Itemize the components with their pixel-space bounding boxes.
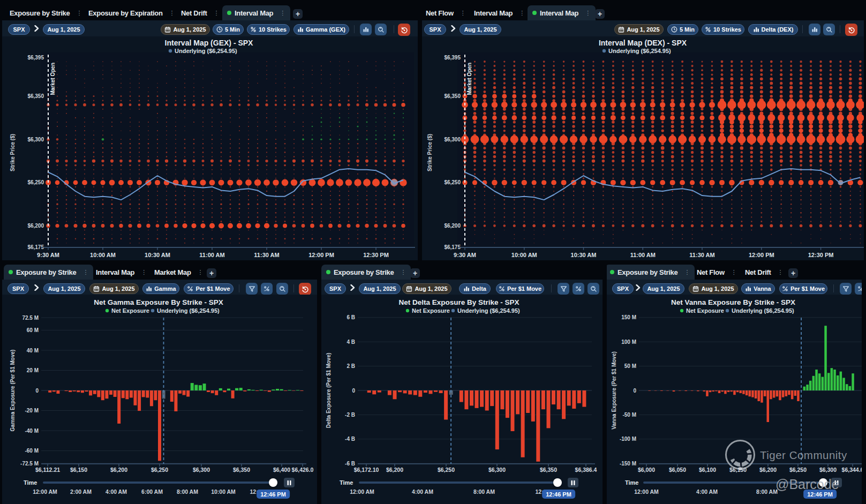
svg-text:-72.5 M: -72.5 M bbox=[20, 461, 39, 467]
svg-text:9:30 AM: 9:30 AM bbox=[454, 252, 476, 258]
svg-text:100 M: 100 M bbox=[621, 339, 636, 345]
svg-text:$6,200: $6,200 bbox=[27, 223, 44, 229]
svg-text:12:00 PM: 12:00 PM bbox=[749, 252, 774, 258]
svg-text:$6,200: $6,200 bbox=[386, 467, 403, 473]
svg-text:11:00 AM: 11:00 AM bbox=[630, 252, 656, 258]
svg-text:40 M: 40 M bbox=[27, 348, 39, 353]
svg-text:$6,200: $6,200 bbox=[759, 467, 777, 473]
svg-text:$6,172.10: $6,172.10 bbox=[354, 467, 379, 473]
svg-text:72.5 M: 72.5 M bbox=[22, 315, 39, 321]
svg-text:-100 M: -100 M bbox=[620, 436, 636, 442]
svg-text:-6 B: -6 B bbox=[345, 461, 355, 467]
svg-text:-50 M: -50 M bbox=[622, 412, 636, 418]
svg-text:$6,350: $6,350 bbox=[444, 93, 461, 99]
svg-text:Interval Map (GEX) - SPX: Interval Map (GEX) - SPX bbox=[165, 39, 254, 47]
svg-text:Net Exposure: Net Exposure bbox=[412, 307, 450, 314]
svg-text:0: 0 bbox=[352, 388, 355, 394]
svg-text:$6,250: $6,250 bbox=[789, 467, 807, 473]
svg-text:Delta Exposure (Per $1 Move): Delta Exposure (Per $1 Move) bbox=[326, 353, 332, 428]
svg-text:$6,250: $6,250 bbox=[444, 179, 461, 185]
svg-text:$6,344.6: $6,344.6 bbox=[842, 467, 862, 473]
svg-text:$6,100: $6,100 bbox=[699, 467, 716, 473]
svg-text:Net Vanna Exposure By Strike -: Net Vanna Exposure By Strike - SPX bbox=[671, 298, 795, 306]
svg-text:10:30 AM: 10:30 AM bbox=[571, 252, 597, 258]
svg-text:Underlying ($6,254.95): Underlying ($6,254.95) bbox=[175, 48, 237, 54]
svg-text:60 M: 60 M bbox=[27, 327, 39, 333]
svg-text:-40 M: -40 M bbox=[25, 428, 39, 434]
svg-text:Strike Price ($): Strike Price ($) bbox=[427, 134, 433, 171]
svg-text:$6,426.0: $6,426.0 bbox=[292, 467, 314, 473]
svg-text:$6,300: $6,300 bbox=[488, 467, 506, 473]
svg-text:$6,300: $6,300 bbox=[27, 137, 44, 142]
svg-text:$6,400: $6,400 bbox=[273, 467, 290, 473]
svg-text:0: 0 bbox=[35, 388, 39, 394]
svg-text:$6,395: $6,395 bbox=[444, 55, 461, 61]
svg-text:Underlying ($6,254.95): Underlying ($6,254.95) bbox=[608, 48, 671, 54]
svg-text:$6,300: $6,300 bbox=[444, 137, 461, 142]
svg-text:12:30 PM: 12:30 PM bbox=[808, 252, 834, 258]
svg-text:$6,050: $6,050 bbox=[669, 467, 686, 473]
svg-text:$6,350: $6,350 bbox=[540, 467, 557, 473]
svg-text:10:00 AM: 10:00 AM bbox=[511, 252, 537, 258]
svg-text:12:00 PM: 12:00 PM bbox=[308, 252, 334, 258]
svg-text:Net Exposure: Net Exposure bbox=[686, 307, 724, 314]
svg-text:Market Open: Market Open bbox=[466, 63, 472, 95]
svg-text:$6,112.21: $6,112.21 bbox=[35, 467, 60, 473]
svg-text:-20 M: -20 M bbox=[25, 408, 39, 413]
svg-text:Underlying ($6,254.95): Underlying ($6,254.95) bbox=[457, 307, 520, 314]
svg-text:6 B: 6 B bbox=[347, 314, 355, 320]
svg-text:$6,000: $6,000 bbox=[638, 467, 655, 473]
svg-text:$6,250: $6,250 bbox=[151, 467, 168, 473]
svg-text:20 M: 20 M bbox=[27, 367, 39, 373]
svg-text:$6,250: $6,250 bbox=[438, 467, 455, 473]
svg-text:$6,395: $6,395 bbox=[27, 55, 44, 61]
svg-text:$6,300: $6,300 bbox=[193, 467, 210, 473]
svg-text:$6,150: $6,150 bbox=[70, 467, 87, 473]
svg-text:Underlying ($6,254.95): Underlying ($6,254.95) bbox=[732, 307, 794, 314]
svg-text:Strike Price ($): Strike Price ($) bbox=[10, 134, 16, 171]
svg-text:$6,250: $6,250 bbox=[27, 179, 44, 185]
svg-text:2 B: 2 B bbox=[347, 363, 355, 369]
svg-text:Net Delta Exposure By Strike -: Net Delta Exposure By Strike - SPX bbox=[398, 298, 519, 306]
svg-text:$6,200: $6,200 bbox=[110, 467, 127, 473]
svg-text:10:30 AM: 10:30 AM bbox=[145, 252, 170, 258]
svg-text:-2 B: -2 B bbox=[345, 412, 355, 418]
svg-text:11:30 AM: 11:30 AM bbox=[689, 252, 714, 258]
svg-text:11:30 AM: 11:30 AM bbox=[254, 252, 279, 258]
svg-text:150 M: 150 M bbox=[621, 314, 636, 320]
svg-text:0: 0 bbox=[633, 388, 636, 394]
svg-text:4 B: 4 B bbox=[347, 339, 355, 345]
svg-text:11:00 AM: 11:00 AM bbox=[199, 252, 224, 258]
svg-text:Underlying ($6,254.95): Underlying ($6,254.95) bbox=[157, 307, 220, 314]
svg-text:$6,200: $6,200 bbox=[444, 223, 461, 229]
svg-text:Net Exposure: Net Exposure bbox=[111, 307, 149, 314]
svg-text:Vanna Exposure (Per $1 Move): Vanna Exposure (Per $1 Move) bbox=[611, 351, 617, 430]
svg-text:Market Open: Market Open bbox=[50, 63, 56, 95]
svg-text:Gamma Exposure (Per $1 Move): Gamma Exposure (Per $1 Move) bbox=[10, 350, 16, 432]
svg-text:$6,386.4: $6,386.4 bbox=[575, 467, 597, 473]
svg-text:Interval Map (DEX) - SPX: Interval Map (DEX) - SPX bbox=[599, 39, 687, 47]
svg-text:50 M: 50 M bbox=[624, 363, 636, 369]
svg-text:-4 B: -4 B bbox=[345, 436, 355, 442]
svg-text:-150 M: -150 M bbox=[620, 461, 636, 467]
svg-text:Net Gamma Exposure By Strike -: Net Gamma Exposure By Strike - SPX bbox=[94, 298, 223, 306]
svg-text:10:00 AM: 10:00 AM bbox=[90, 252, 116, 258]
svg-text:$6,350: $6,350 bbox=[233, 467, 250, 473]
svg-text:-60 M: -60 M bbox=[25, 448, 39, 454]
svg-text:$6,300: $6,300 bbox=[819, 467, 837, 473]
svg-text:$6,350: $6,350 bbox=[27, 93, 44, 99]
svg-text:$6,175: $6,175 bbox=[27, 244, 44, 250]
svg-text:$6,175: $6,175 bbox=[444, 244, 461, 250]
svg-text:9:30 AM: 9:30 AM bbox=[37, 252, 59, 258]
svg-text:12:30 PM: 12:30 PM bbox=[363, 252, 389, 258]
